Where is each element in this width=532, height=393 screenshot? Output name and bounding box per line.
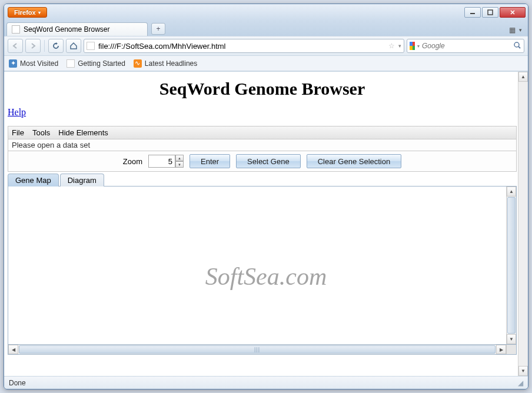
panel-horizontal-scrollbar[interactable]: ◀ ||| ▶ (8, 345, 517, 355)
tab-diagram[interactable]: Diagram (60, 174, 104, 186)
titlebar: Firefox (4, 4, 528, 21)
firefox-label: Firefox (14, 9, 36, 16)
content-panel: ▲ ▼ (8, 186, 517, 345)
scrollbar-thumb[interactable] (507, 197, 516, 334)
tab-title: SeqWord Genome Browser (24, 25, 110, 34)
forward-arrow-icon (29, 42, 37, 50)
tab-gene-map[interactable]: Gene Map (8, 174, 59, 186)
bookmark-label: Latest Headlines (145, 59, 197, 68)
svg-rect-1 (488, 10, 493, 15)
scroll-down-icon[interactable]: ▼ (507, 334, 516, 344)
navigation-toolbar: ☆ ▾ ▾ (4, 36, 528, 56)
window-controls (464, 7, 526, 18)
svg-point-4 (514, 42, 519, 47)
controls-row: Zoom ▲ ▼ Enter Select Gene Clear Gene Se… (8, 151, 517, 172)
menu-hide-elements[interactable]: Hide Elements (58, 128, 108, 137)
home-button[interactable] (66, 39, 81, 53)
bookmarks-toolbar: ✦ Most Visited Getting Started ∿ Latest … (4, 56, 528, 71)
status-message: Please open a data set (8, 139, 517, 151)
rss-icon: ∿ (134, 59, 142, 68)
bookmark-star-icon[interactable]: ☆ (388, 42, 395, 50)
status-text: Done (9, 379, 26, 387)
svg-line-5 (518, 46, 520, 48)
tab-strip: SeqWord Genome Browser + ▦ ▾ (4, 21, 528, 36)
page-icon (12, 25, 20, 34)
enter-button[interactable]: Enter (189, 154, 230, 168)
zoom-spinner: ▲ ▼ (148, 155, 184, 168)
tabstrip-dropdown-icon[interactable]: ▾ (519, 27, 522, 33)
url-dropdown-icon[interactable]: ▾ (398, 43, 401, 49)
tabstrip-right: ▦ ▾ (509, 26, 526, 36)
scrollbar-track[interactable] (518, 82, 528, 366)
minimize-button[interactable] (464, 7, 481, 18)
bookmark-latest-headlines[interactable]: ∿ Latest Headlines (134, 59, 197, 68)
google-icon (410, 42, 415, 50)
panel-vertical-scrollbar[interactable]: ▲ ▼ (506, 186, 516, 344)
reload-icon (52, 42, 60, 50)
zoom-down-button[interactable]: ▼ (175, 161, 184, 168)
content-area: SeqWord Genome Browser Help File Tools H… (4, 71, 528, 376)
new-tab-button[interactable]: + (151, 23, 165, 35)
status-bar: Done ◢ (4, 376, 528, 389)
clear-gene-selection-button[interactable]: Clear Gene Selection (307, 154, 402, 168)
browser-tab[interactable]: SeqWord Genome Browser (6, 22, 148, 36)
search-input[interactable] (422, 42, 511, 50)
bookmark-label: Getting Started (78, 59, 125, 68)
menu-file[interactable]: File (12, 128, 24, 137)
bookmark-label: Most Visited (20, 59, 58, 68)
select-gene-button[interactable]: Select Gene (236, 154, 301, 168)
zoom-spinner-buttons: ▲ ▼ (175, 155, 184, 168)
zoom-label: Zoom (123, 157, 142, 166)
content-tabs: Gene Map Diagram (8, 174, 517, 186)
most-visited-icon: ✦ (9, 59, 17, 68)
scroll-right-icon[interactable]: ▶ (496, 345, 506, 354)
scrollbar-thumb[interactable]: ||| (19, 345, 496, 354)
zoom-input[interactable] (148, 155, 175, 168)
svg-rect-0 (470, 13, 475, 14)
scroll-up-icon[interactable]: ▲ (518, 72, 528, 82)
reload-button[interactable] (48, 39, 64, 53)
close-button[interactable] (500, 7, 526, 18)
panel-inner (8, 186, 506, 344)
page-icon (66, 59, 75, 68)
page-icon (87, 42, 95, 50)
search-go-icon[interactable] (513, 41, 521, 51)
bookmark-most-visited[interactable]: ✦ Most Visited (9, 59, 58, 68)
scroll-left-icon[interactable]: ◀ (8, 345, 18, 354)
browser-window: Firefox SeqWord Genome Browser + ▦ ▾ (4, 4, 528, 389)
app-menubar: File Tools Hide Elements (8, 126, 517, 139)
firefox-menu-button[interactable]: Firefox (8, 7, 47, 18)
bookmark-getting-started[interactable]: Getting Started (66, 59, 125, 68)
help-link[interactable]: Help (8, 107, 26, 117)
page-title: SeqWord Genome Browser (8, 79, 517, 99)
scroll-down-icon[interactable]: ▼ (518, 366, 528, 376)
url-input[interactable] (98, 42, 385, 51)
close-icon (510, 9, 516, 15)
menu-tools[interactable]: Tools (32, 128, 50, 137)
scroll-up-icon[interactable]: ▲ (507, 186, 516, 196)
back-button[interactable] (8, 39, 23, 53)
maximize-button[interactable] (482, 7, 498, 18)
maximize-icon (487, 9, 493, 15)
minimize-icon (470, 9, 476, 15)
home-icon (69, 42, 78, 50)
scrollbar-track[interactable]: ||| (18, 345, 496, 354)
resize-grip-icon[interactable]: ◢ (518, 379, 523, 387)
zoom-up-button[interactable]: ▲ (175, 155, 184, 161)
list-all-tabs-icon[interactable]: ▦ (509, 26, 516, 34)
page-vertical-scrollbar[interactable]: ▲ ▼ (518, 72, 528, 376)
search-bar[interactable]: ▾ (407, 39, 524, 53)
back-arrow-icon (11, 42, 19, 50)
url-bar[interactable]: ☆ ▾ (84, 39, 404, 53)
forward-button[interactable] (25, 39, 41, 53)
scrollbar-corner (506, 345, 516, 354)
page-body: SeqWord Genome Browser Help File Tools H… (4, 72, 518, 376)
search-engine-dropdown-icon[interactable]: ▾ (417, 44, 420, 49)
